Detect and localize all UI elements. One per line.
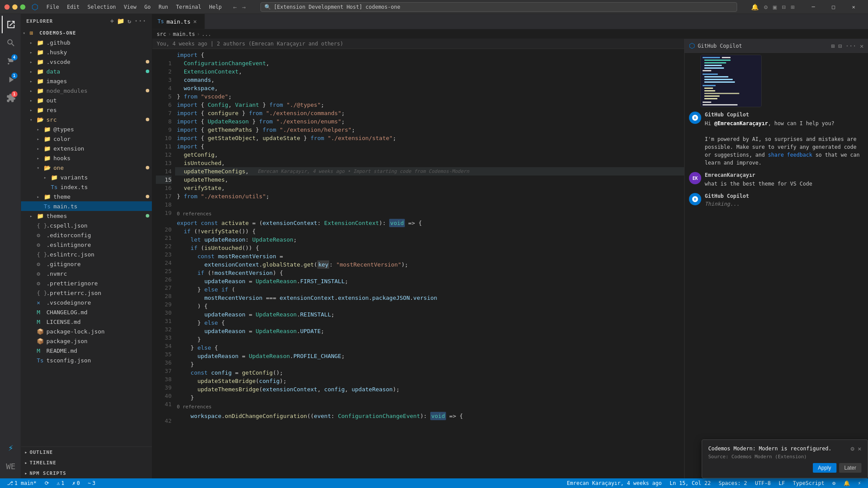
tree-item-types[interactable]: ▸ 📁 @types bbox=[21, 124, 152, 134]
status-spaces[interactable]: Spaces: 2 bbox=[716, 478, 750, 488]
forward-arrow[interactable]: → bbox=[240, 3, 247, 11]
new-file-icon[interactable]: + bbox=[110, 18, 114, 25]
maximize-window[interactable]: □ bbox=[823, 0, 843, 14]
layout2-icon[interactable]: ⊟ bbox=[781, 3, 786, 11]
tree-item-theme[interactable]: ▸ 📁 theme bbox=[21, 192, 152, 201]
menu-help[interactable]: Help bbox=[206, 3, 225, 11]
split-icon[interactable]: ⊞ bbox=[790, 3, 795, 11]
status-info[interactable]: ~ 3 bbox=[85, 478, 98, 488]
status-power[interactable]: ⚡ bbox=[855, 478, 864, 488]
tree-item-vscode[interactable]: ▸ 📁 .vscode bbox=[21, 57, 152, 67]
tree-item-cspell[interactable]: ▸ { } .cspell.json bbox=[21, 221, 152, 230]
settings-icon[interactable]: ⚙ bbox=[763, 3, 768, 11]
menu-selection[interactable]: Selection bbox=[84, 3, 119, 11]
notification-close-icon[interactable]: ✕ bbox=[858, 445, 861, 452]
status-sync[interactable]: ⟳ bbox=[42, 478, 52, 488]
outline-section[interactable]: ▸ OUTLINE bbox=[21, 447, 152, 457]
more-icon[interactable]: ··· bbox=[134, 18, 147, 25]
activity-search[interactable] bbox=[2, 34, 19, 52]
copilot-more-icon[interactable]: ··· bbox=[845, 42, 856, 49]
menu-run[interactable]: Run bbox=[155, 3, 172, 11]
menu-terminal[interactable]: Terminal bbox=[172, 3, 205, 11]
tree-item-main-ts[interactable]: ▸ Ts main.ts bbox=[21, 201, 152, 211]
tree-item-github[interactable]: ▸ 📁 .github bbox=[21, 38, 152, 47]
timeline-section[interactable]: ▸ TIMELINE bbox=[21, 457, 152, 468]
status-eol[interactable]: LF bbox=[776, 478, 787, 488]
tree-item-husky[interactable]: ▸ 📁 .husky bbox=[21, 47, 152, 57]
tree-item-res[interactable]: ▸ 📁 res bbox=[21, 105, 152, 115]
maximize-button[interactable] bbox=[20, 4, 25, 10]
notification-icon[interactable]: 🔔 bbox=[750, 3, 759, 11]
copilot-layout-icon[interactable]: ⊟ bbox=[838, 42, 842, 49]
tree-item-images[interactable]: ▸ 📁 images bbox=[21, 76, 152, 86]
later-button[interactable]: Later bbox=[839, 463, 861, 473]
status-settings[interactable]: ⚙ bbox=[830, 478, 838, 488]
breadcrumb-more[interactable]: ... bbox=[202, 31, 211, 37]
status-line-col[interactable]: Ln 15, Col 22 bbox=[667, 478, 713, 488]
status-errors[interactable]: ✗ 0 bbox=[70, 478, 82, 488]
project-root[interactable]: ▾ ⊞ CODEMOS-ONE bbox=[21, 28, 152, 38]
tree-item-extension[interactable]: ▸ 📁 extension bbox=[21, 144, 152, 153]
minimize-button[interactable] bbox=[12, 4, 18, 10]
breadcrumb-src[interactable]: src bbox=[157, 31, 166, 37]
tree-item-out[interactable]: ▸ 📁 out bbox=[21, 95, 152, 105]
activity-remote[interactable]: ⚡ bbox=[2, 439, 19, 456]
tab-main-ts[interactable]: Ts main.ts × bbox=[152, 14, 205, 29]
tree-item-package-lock[interactable]: ▸ 📦 package-lock.json bbox=[21, 327, 152, 336]
back-arrow[interactable]: ← bbox=[232, 3, 239, 11]
breadcrumb-file[interactable]: main.ts bbox=[173, 31, 195, 37]
new-folder-icon[interactable]: 📁 bbox=[117, 18, 125, 25]
tree-item-gitignore[interactable]: ▸ ⚙ .gitignore bbox=[21, 259, 152, 269]
tree-item-hooks[interactable]: ▸ 📁 hooks bbox=[21, 153, 152, 163]
status-blame[interactable]: Emrecan Karaçayır, 4 weeks ago bbox=[564, 478, 664, 488]
status-language[interactable]: TypeScript bbox=[790, 478, 827, 488]
tree-item-eslintrc[interactable]: ▸ { } .eslintrc.json bbox=[21, 249, 152, 259]
activity-source-control[interactable]: 4 bbox=[2, 53, 19, 70]
copilot-messages[interactable]: GitHub Copilot Hi @EmrecanKaraçayır, how… bbox=[685, 107, 868, 478]
tree-item-changelog[interactable]: ▸ M CHANGELOG.md bbox=[21, 307, 152, 317]
tree-item-prettierignore[interactable]: ▸ ⚙ .prettierignore bbox=[21, 278, 152, 288]
tree-item-package-json[interactable]: ▸ 📦 package.json bbox=[21, 336, 152, 346]
tree-item-themes[interactable]: ▸ 📁 themes bbox=[21, 211, 152, 221]
tree-item-one[interactable]: ▾ 📂 one bbox=[21, 163, 152, 172]
refresh-icon[interactable]: ↻ bbox=[127, 18, 131, 25]
tree-item-readme[interactable]: ▸ M README.md bbox=[21, 346, 152, 355]
editor-content[interactable]: 12345 678910 11121314 15 16171819 202122… bbox=[152, 49, 684, 478]
menu-file[interactable]: File bbox=[43, 3, 63, 11]
activity-explorer[interactable] bbox=[2, 16, 19, 33]
tree-item-license[interactable]: ▸ M LICENSE.md bbox=[21, 317, 152, 327]
layout-icon[interactable]: ▣ bbox=[772, 3, 777, 11]
tree-item-node-modules[interactable]: ▸ 📁 node_modules bbox=[21, 86, 152, 95]
activity-account[interactable]: WE bbox=[2, 457, 19, 475]
status-git-branch[interactable]: ⎇ 1 main* bbox=[4, 478, 39, 488]
tree-item-eslintignore[interactable]: ▸ ⚙ .eslintignore bbox=[21, 240, 152, 249]
close-window[interactable]: ✕ bbox=[843, 0, 864, 14]
search-bar[interactable]: 🔍 [Extension Development Host] codemos-o… bbox=[260, 2, 737, 12]
npm-scripts-section[interactable]: ▸ NPM SCRIPTS bbox=[21, 468, 152, 478]
tree-item-editorconfig[interactable]: ▸ ⚙ .editorconfig bbox=[21, 230, 152, 240]
tree-item-color[interactable]: ▸ 📁 color bbox=[21, 134, 152, 144]
activity-run[interactable]: 1 bbox=[2, 71, 19, 88]
tree-item-data[interactable]: ▸ 📁 data bbox=[21, 67, 152, 76]
tree-item-index-ts[interactable]: ▸ Ts index.ts bbox=[21, 182, 152, 192]
copilot-menu-icon[interactable]: ⊞ bbox=[831, 42, 834, 49]
tree-item-vscodeignore[interactable]: ▸ ✕ .vscodeignore bbox=[21, 298, 152, 307]
minimize-window[interactable]: ─ bbox=[803, 0, 823, 14]
tree-item-variants[interactable]: ▸ 📁 variants bbox=[21, 172, 152, 182]
code-area[interactable]: import { ConfigurationChangeEvent, Exten… bbox=[175, 49, 684, 478]
tab-close-icon[interactable]: × bbox=[193, 18, 197, 25]
status-warnings[interactable]: ⚠ 1 bbox=[54, 478, 67, 488]
tree-item-tsconfig[interactable]: ▸ Ts tsconfig.json bbox=[21, 355, 152, 365]
menu-view[interactable]: View bbox=[120, 3, 140, 11]
apply-button[interactable]: Apply bbox=[813, 463, 836, 473]
copilot-close-icon[interactable]: ✕ bbox=[860, 42, 864, 49]
tree-item-src[interactable]: ▾ 📂 src bbox=[21, 115, 152, 124]
close-button[interactable] bbox=[4, 4, 10, 10]
menu-go[interactable]: Go bbox=[141, 3, 154, 11]
activity-extensions[interactable]: 1 bbox=[2, 89, 19, 107]
menu-edit[interactable]: Edit bbox=[63, 3, 83, 11]
tree-item-nvmrc[interactable]: ▸ ⚙ .nvmrc bbox=[21, 269, 152, 278]
tree-item-prettierrc[interactable]: ▸ { } .prettierrc.json bbox=[21, 288, 152, 298]
status-encoding[interactable]: UTF-8 bbox=[752, 478, 773, 488]
status-bell[interactable]: 🔔 bbox=[841, 478, 853, 488]
